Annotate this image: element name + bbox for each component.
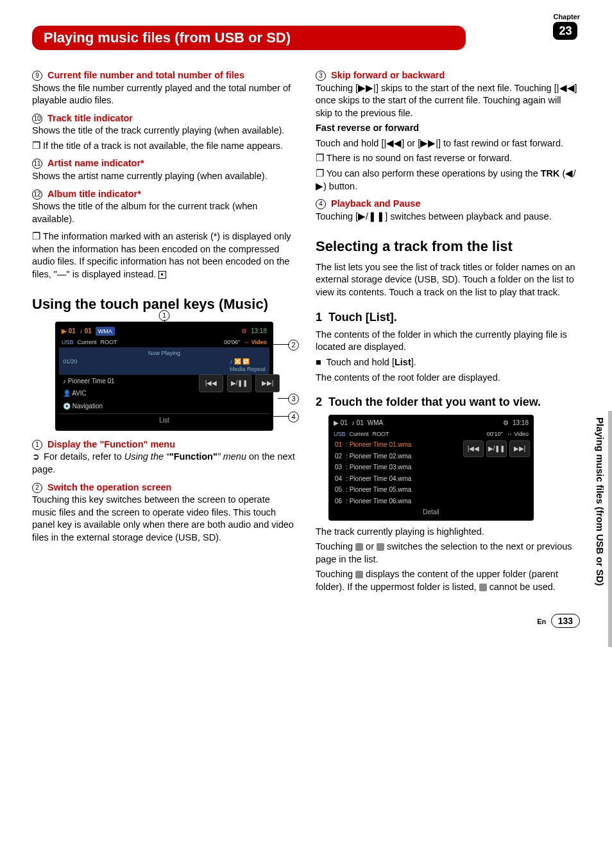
video-switch-button-2[interactable]: ↔ Video (507, 430, 529, 438)
step1-body: The contents of the folder in which the … (316, 329, 580, 354)
marker-11: 11 (32, 159, 42, 169)
chapter-label: Chapter (553, 13, 580, 21)
chapter-number: 23 (553, 22, 577, 40)
pointer-icon: ➲ (32, 451, 41, 463)
right-column: 3 Skip forward or backward Touching [▶▶|… (316, 69, 580, 596)
step1-body2: The contents of the root folder are disp… (316, 372, 580, 385)
next-button[interactable]: ▶▶| (255, 374, 280, 392)
page-title: Playing music files (from USB or SD) (44, 30, 291, 46)
fast-bullet1: There is no sound on fast reverse or for… (316, 152, 580, 165)
fast-heading: Fast reverse or forward (316, 122, 580, 135)
folder-up-icon-2 (479, 584, 487, 591)
item10-heading: Track title indicator (47, 113, 133, 123)
b1-body: ➲ For details, refer to Using the “"Func… (32, 451, 296, 476)
marker-12: 12 (32, 189, 42, 200)
b2-body: Touching this key switches between the s… (32, 494, 296, 544)
b3-body: Touching [▶▶|] skips to the start of the… (316, 82, 580, 120)
list-item[interactable]: 03: Pioneer Time 03.wma (331, 462, 531, 473)
chapter-tab: Chapter 23 (553, 13, 580, 40)
item11-heading: Artist name indicator* (47, 158, 144, 168)
list-play-button[interactable]: ▶/❚❚ (486, 440, 507, 457)
list-item[interactable]: 06: Pioneer Time 06.wma (331, 496, 531, 507)
marker-b3: 3 (316, 71, 326, 81)
fast-bullet2: You can also perform these operations by… (316, 168, 580, 193)
list-item[interactable]: 04: Pioneer Time 04.wma (331, 473, 531, 485)
left-column: 9 Current file number and total number o… (32, 69, 296, 596)
after-fig-p2: Touching or switches the selection to th… (316, 541, 580, 566)
marker-b4: 4 (316, 199, 326, 209)
list-next-button[interactable]: ▶▶| (509, 440, 530, 457)
page-title-bar: Playing music files (from USB or SD) (32, 26, 466, 50)
folder-up-icon (355, 571, 363, 578)
item12-heading: Album title indicator* (47, 189, 141, 199)
list-prev-button[interactable]: |◀◀ (463, 440, 484, 457)
marker-10: 10 (32, 114, 42, 124)
footer-lang: En (537, 618, 546, 625)
item11-body: Shows the artist name currently playing … (32, 170, 296, 183)
item9-body: Shows the file number currently played a… (32, 82, 296, 107)
callout-2: 2 (288, 340, 299, 351)
callout-3: 3 (288, 394, 299, 404)
side-running-title: Playing music files (from USB or SD) (595, 417, 606, 586)
page-up-icon (355, 543, 363, 551)
callout-4: 4 (288, 412, 299, 422)
item10-body: Shows the title of the track currently p… (32, 125, 296, 137)
end-mark-icon (158, 271, 166, 279)
b3-heading: Skip forward or backward (331, 70, 445, 80)
side-accent-bar (608, 411, 612, 647)
step1-bullet: ■ Touch and hold [List]. (316, 356, 580, 369)
page-footer: En 133 (537, 614, 580, 628)
b4-heading: Playback and Pause (331, 198, 420, 209)
step1-heading: 1Touch [List]. (316, 309, 580, 325)
footer-page-number: 133 (551, 614, 580, 628)
item10-bullet: If the title of a track is not available… (32, 140, 296, 153)
play-pause-button[interactable]: ▶/❚❚ (227, 374, 251, 392)
section-heading-selecting: Selecting a track from the list (316, 237, 580, 256)
list-button[interactable]: List (59, 413, 269, 427)
item9-heading: Current file number and total number of … (47, 70, 244, 80)
b2-heading: Switch the operation screen (47, 482, 171, 492)
marker-b2: 2 (32, 483, 42, 493)
after-fig-p3: Touching displays the content of the upp… (316, 568, 580, 593)
figure-list-screen: ▶ 01 ♪ 01 WMA ⚙ 13:18 USB Current ROOT 0… (328, 415, 534, 520)
list-item[interactable]: 05: Pioneer Time 05.wma (331, 484, 531, 496)
video-switch-button[interactable]: ↔ Video (244, 338, 267, 346)
list-screen: ▶ 01 ♪ 01 WMA ⚙ 13:18 USB Current ROOT 0… (328, 415, 534, 520)
step2-heading: 2Touch the folder that you want to view. (316, 394, 580, 410)
fast-body: Touch and hold [|◀◀] or [▶▶|] to fast re… (316, 137, 580, 150)
marker-b1: 1 (32, 440, 42, 450)
asterisk-note: The information marked with an asterisk … (32, 230, 296, 281)
prev-button[interactable]: |◀◀ (199, 374, 223, 392)
music-screen: ▶ 01 ♪ 01 WMA ⚙ 13:18 USB Current ROOT 0… (55, 322, 273, 431)
detail-button[interactable]: Detail (331, 507, 531, 518)
b1-heading: Display the "Function" menu (47, 439, 175, 449)
figure-music-screen: 1 ▶ 01 ♪ 01 WMA ⚙ 13:18 USB Current ROO (55, 322, 273, 431)
b4-body: Touching [▶/❚❚] switches between playbac… (316, 211, 580, 223)
marker-9: 9 (32, 71, 42, 81)
item12-body: Shows the title of the album for the cur… (32, 200, 296, 225)
page-down-icon (377, 543, 384, 551)
after-fig-p1: The track currently playing is highlight… (316, 526, 580, 539)
selecting-body: The list lets you see the list of track … (316, 261, 580, 299)
